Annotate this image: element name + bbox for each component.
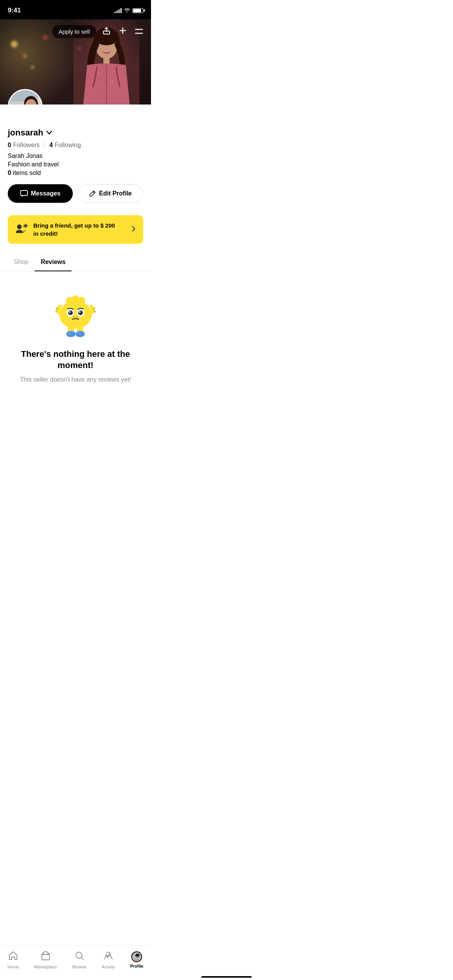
svg-point-4 (98, 72, 100, 75)
menu-icon[interactable] (133, 26, 145, 38)
svg-point-37 (77, 332, 81, 334)
followers-row: 0 Followers 4 Following (8, 142, 143, 149)
tab-active-underline (34, 271, 72, 272)
following-count: 4 (49, 142, 53, 149)
edit-profile-label: Edit Profile (99, 190, 132, 197)
svg-point-48 (73, 316, 75, 318)
share-icon[interactable] (101, 25, 112, 38)
svg-point-6 (102, 82, 103, 84)
referral-text: Bring a friend, get up to $ 200in credit… (33, 221, 115, 238)
tab-reviews[interactable]: Reviews (34, 253, 72, 271)
username-dropdown-icon[interactable] (46, 129, 52, 136)
items-sold: 0 items sold (8, 170, 143, 176)
svg-rect-17 (17, 104, 21, 105)
empty-state: There's nothing here at the moment! This… (0, 271, 151, 400)
empty-subtitle: This seller doesn't have any reviews yet… (20, 375, 131, 384)
svg-point-31 (59, 301, 92, 329)
signal-icon (115, 8, 122, 13)
svg-point-7 (111, 80, 113, 82)
svg-point-44 (68, 310, 73, 315)
username-row: jonsarah (8, 128, 143, 138)
tab-shop-label: Shop (14, 259, 28, 265)
svg-point-35 (76, 331, 85, 337)
status-time: 9:41 (8, 7, 21, 14)
empty-mascot-image (48, 287, 103, 341)
edit-profile-button[interactable]: Edit Profile (77, 184, 143, 203)
svg-point-49 (76, 316, 78, 318)
svg-point-40 (93, 308, 95, 310)
empty-title: There's nothing here at the moment! (8, 349, 143, 371)
profile-bio: Fashion and travel (8, 161, 143, 168)
wifi-icon (124, 7, 130, 14)
profile-info-section: jonsarah 0 Followers 4 Following Sarah J… (0, 105, 151, 215)
followers-count: 0 (8, 142, 11, 149)
profile-avatar[interactable] (8, 89, 43, 105)
svg-point-47 (79, 311, 81, 313)
svg-rect-26 (21, 190, 27, 195)
svg-point-52 (77, 297, 85, 305)
status-bar: 9:41 (0, 0, 151, 19)
svg-point-41 (94, 311, 96, 313)
svg-point-38 (56, 308, 58, 310)
battery-icon (132, 8, 143, 13)
svg-point-46 (78, 310, 83, 315)
svg-point-34 (66, 331, 76, 337)
svg-point-45 (69, 311, 70, 313)
add-icon[interactable] (117, 25, 129, 38)
tab-shop[interactable]: Shop (8, 253, 34, 271)
action-buttons: Messages Edit Profile (8, 184, 143, 203)
hero-banner: Apply to sell (0, 19, 151, 105)
messages-label: Messages (31, 190, 61, 197)
svg-point-5 (113, 71, 115, 72)
username: jonsarah (8, 128, 43, 138)
tabs-container: Shop Reviews (0, 253, 151, 271)
referral-banner[interactable]: Bring a friend, get up to $ 200in credit… (8, 215, 143, 244)
status-icons (115, 7, 143, 14)
profile-avatar-container (8, 89, 43, 105)
following-label: Following (55, 142, 81, 149)
messages-button[interactable]: Messages (8, 184, 73, 203)
tab-reviews-label: Reviews (41, 259, 65, 265)
profile-name: Sarah Jonas (8, 152, 143, 159)
svg-rect-16 (13, 104, 16, 105)
referral-icon (15, 222, 28, 237)
svg-point-36 (67, 332, 71, 334)
followers-divider (44, 142, 45, 148)
svg-point-27 (17, 224, 22, 229)
followers-label: Followers (13, 142, 39, 149)
referral-chevron-icon (132, 226, 136, 234)
items-sold-label: items sold (13, 170, 41, 176)
items-sold-count: 0 (8, 170, 11, 176)
following-item[interactable]: 4 Following (49, 142, 81, 149)
svg-point-39 (55, 311, 57, 313)
referral-left: Bring a friend, get up to $ 200in credit… (15, 221, 115, 238)
followers-item[interactable]: 0 Followers (8, 142, 39, 149)
hero-top-actions: Apply to sell (0, 25, 151, 38)
apply-to-sell-button[interactable]: Apply to sell (52, 25, 96, 38)
